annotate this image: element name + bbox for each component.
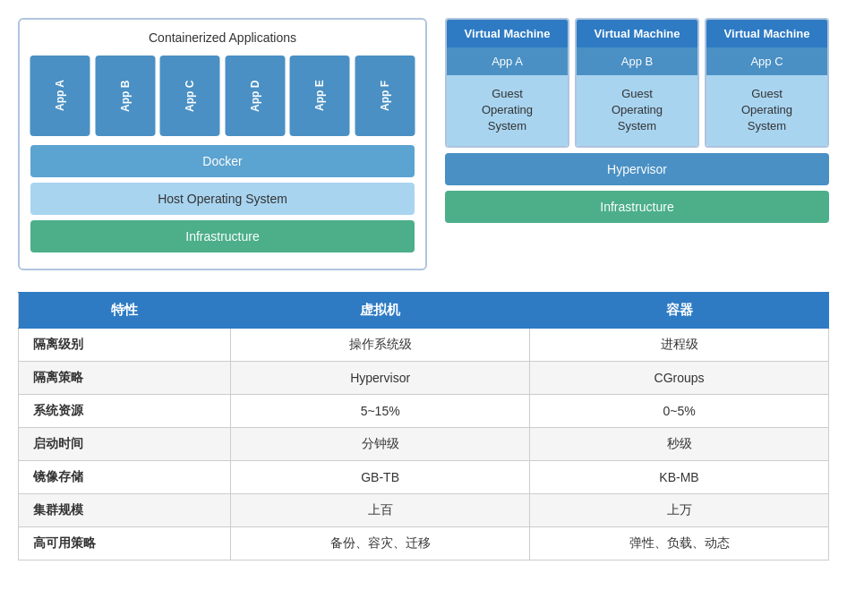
table-row: 系统资源5~15%0~5% [19, 395, 829, 428]
table-header-cell: 虚拟机 [231, 293, 530, 329]
table-cell: 进程级 [530, 329, 829, 362]
app-box: App C [160, 56, 220, 136]
vm-card-guest-os: GuestOperatingSystem [577, 75, 697, 146]
vm-machines-row: Virtual MachineApp AGuestOperatingSystem… [445, 18, 829, 148]
app-box: App A [30, 56, 90, 136]
table-header: 特性虚拟机容器 [19, 293, 829, 329]
app-box: App F [355, 56, 415, 136]
top-section: Containerized Applications App AApp BApp… [18, 18, 829, 270]
table-cell: 上百 [231, 494, 530, 527]
table-row: 隔离级别操作系统级进程级 [19, 329, 829, 362]
table-header-cell: 特性 [19, 293, 231, 329]
table-header-cell: 容器 [530, 293, 829, 329]
table-cell: 高可用策略 [19, 527, 231, 560]
infra-layer: Infrastructure [30, 220, 415, 252]
table-cell: CGroups [530, 362, 829, 395]
vm-card-header: Virtual Machine [706, 20, 827, 47]
comparison-table: 特性虚拟机容器 隔离级别操作系统级进程级隔离策略HypervisorCGroup… [18, 292, 829, 560]
vm-card-header: Virtual Machine [447, 20, 568, 47]
table-cell: 集群规模 [19, 494, 231, 527]
vm-infrastructure: Infrastructure [445, 191, 829, 223]
vm-card-guest-os: GuestOperatingSystem [706, 75, 827, 146]
host-os-layer: Host Operating System [30, 183, 415, 215]
vm-card: Virtual MachineApp AGuestOperatingSystem [445, 18, 569, 148]
table-cell: 分钟级 [231, 428, 530, 461]
table-cell: 操作系统级 [231, 329, 530, 362]
table-row: 集群规模上百上万 [19, 494, 829, 527]
vm-card-app: App C [706, 47, 827, 75]
table-cell: GB-TB [231, 461, 530, 494]
table-cell: Hypervisor [231, 362, 530, 395]
table-cell: 镜像存储 [19, 461, 231, 494]
table-cell: 隔离级别 [19, 329, 231, 362]
table-cell: 弹性、负载、动态 [530, 527, 829, 560]
table-cell: 5~15% [231, 395, 530, 428]
table-row: 启动时间分钟级秒级 [19, 428, 829, 461]
table-cell: 启动时间 [19, 428, 231, 461]
table-cell: 0~5% [530, 395, 829, 428]
table-header-row: 特性虚拟机容器 [19, 293, 829, 329]
app-box: App B [96, 56, 156, 136]
docker-layer: Docker [30, 145, 415, 177]
apps-row: App AApp BApp CApp DApp EApp F [30, 56, 415, 136]
table-row: 高可用策略备份、容灾、迁移弹性、负载、动态 [19, 527, 829, 560]
app-box: App E [290, 56, 350, 136]
container-title: Containerized Applications [30, 30, 415, 45]
table-cell: 隔离策略 [19, 362, 231, 395]
vm-card-header: Virtual Machine [577, 20, 697, 47]
vm-card: Virtual MachineApp CGuestOperatingSystem [705, 18, 829, 148]
table-body: 隔离级别操作系统级进程级隔离策略HypervisorCGroups系统资源5~1… [19, 329, 829, 560]
vm-hypervisor: Hypervisor [445, 153, 829, 185]
vm-card: Virtual MachineApp BGuestOperatingSystem [575, 18, 699, 148]
vm-card-app: App A [447, 47, 568, 75]
table-cell: KB-MB [530, 461, 829, 494]
table-cell: 上万 [530, 494, 829, 527]
container-section: Containerized Applications App AApp BApp… [18, 18, 427, 270]
app-box: App D [226, 56, 286, 136]
table-row: 隔离策略HypervisorCGroups [19, 362, 829, 395]
table-cell: 秒级 [530, 428, 829, 461]
table-row: 镜像存储GB-TBKB-MB [19, 461, 829, 494]
vm-card-guest-os: GuestOperatingSystem [447, 75, 568, 146]
vm-section: Virtual MachineApp AGuestOperatingSystem… [445, 18, 829, 270]
table-cell: 备份、容灾、迁移 [231, 527, 530, 560]
table-cell: 系统资源 [19, 395, 231, 428]
vm-card-app: App B [577, 47, 697, 75]
